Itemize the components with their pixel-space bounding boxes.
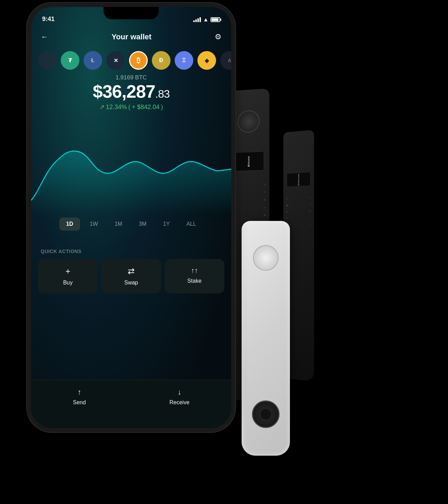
battery-fill <box>212 18 218 21</box>
swap-button[interactable]: ⇄ Swap <box>101 259 161 293</box>
coin-selector: ₮ Ł ✕ ₿ Ð Ξ ◈ A <box>31 48 231 72</box>
bottom-bar: ↑ Send ↓ Receive <box>31 380 231 428</box>
receive-button[interactable]: ↓ Receive <box>169 388 189 406</box>
coin-item-bitcoin[interactable]: ₿ <box>129 51 148 70</box>
ledger-btn-row: ∧ ⚙ <box>232 183 266 187</box>
signal-bar-4 <box>199 17 201 22</box>
receive-icon: ↓ <box>177 388 181 397</box>
ledger-screen-x: Bitcoin <box>233 151 264 171</box>
ledger-buttons-x: ∧ ⚙ ₿ ❊ ✕ ◉ ≡ ◎ + ▶ ∨ □ <box>232 183 266 225</box>
chart-container <box>31 117 231 214</box>
time-btn-1w[interactable]: 1W <box>83 217 105 231</box>
buy-label: Buy <box>63 280 73 286</box>
swap-label: Swap <box>124 280 138 286</box>
stake-icon: ↑↑ <box>191 266 198 274</box>
balance-section: 1.9169 BTC $36,287.83 ↗ 12.34% ( + $842.… <box>31 74 231 111</box>
header-title: Your wallet <box>111 32 152 41</box>
coin-item-algo[interactable]: A <box>220 51 231 70</box>
send-icon: ↑ <box>77 388 81 397</box>
coin-item-partial[interactable] <box>38 51 57 70</box>
balance-fiat: $36,287.83 <box>31 83 231 100</box>
signal-bar-3 <box>197 18 199 22</box>
balance-fiat-main: $36,287 <box>93 81 155 101</box>
phone-wrapper: 9:41 ▲ ← Your wallet ⚙ ₮ <box>31 7 231 428</box>
coin-item-tether[interactable]: ₮ <box>61 51 79 70</box>
signal-bar-1 <box>193 20 195 22</box>
battery-icon <box>211 17 220 22</box>
coin-item-litecoin[interactable]: Ł <box>84 51 102 70</box>
phone-notch <box>104 7 159 19</box>
balance-fiat-cents: .83 <box>155 88 169 100</box>
settings-button[interactable]: ⚙ <box>215 32 222 41</box>
coin-item-dogecoin[interactable]: Ð <box>152 51 171 70</box>
ledger-screen-s: Ethereum <box>287 172 311 187</box>
price-chart <box>31 117 231 214</box>
coin-item-ethereum[interactable]: Ξ <box>175 51 193 70</box>
quick-actions-row: + Buy ⇄ Swap ↑↑ Stake <box>38 259 224 293</box>
send-label: Send <box>73 399 86 406</box>
send-button[interactable]: ↑ Send <box>73 388 86 406</box>
ledger-white-button <box>252 400 280 428</box>
change-percent: 12.34% <box>106 104 127 111</box>
coin-item-binance[interactable]: ◈ <box>197 51 216 70</box>
change-amount-value: + $842.04 <box>132 104 160 111</box>
change-close: ) <box>161 104 163 111</box>
signal-bar-2 <box>195 19 197 22</box>
stake-label: Stake <box>187 278 202 284</box>
chart-fill <box>31 151 231 214</box>
balance-change: ↗ 12.34% ( + $842.04 ) <box>31 103 231 111</box>
receive-label: Receive <box>169 399 189 406</box>
wifi-icon: ▲ <box>203 17 208 23</box>
buy-button[interactable]: + Buy <box>38 259 98 293</box>
coin-item-xrp[interactable]: ✕ <box>106 51 125 70</box>
ledger-white <box>242 221 290 456</box>
stake-button[interactable]: ↑↑ Stake <box>165 259 224 293</box>
time-btn-1y[interactable]: 1Y <box>156 217 177 231</box>
time-range-selector: 1D 1W 1M 3M 1Y ALL <box>31 217 231 231</box>
status-time: 9:41 <box>42 16 55 23</box>
back-button[interactable]: ← <box>41 32 48 41</box>
time-btn-3m[interactable]: 3M <box>132 217 153 231</box>
signal-bars-icon <box>193 17 201 22</box>
balance-crypto: 1.9169 BTC <box>31 74 231 81</box>
buy-icon: + <box>66 266 70 276</box>
ledger-buttons-s: ∧ ⚙ ◉ ₿ ✕ ▶ ≡ □ + ▷ ∨ <box>286 196 311 233</box>
time-btn-1d[interactable]: 1D <box>59 217 80 231</box>
swap-icon: ⇄ <box>128 266 135 276</box>
change-arrow-icon: ↗ <box>99 103 105 111</box>
time-btn-1m[interactable]: 1M <box>108 217 129 231</box>
header: ← Your wallet ⚙ <box>31 26 231 48</box>
quick-actions-label: QUICK ACTIONS <box>41 249 81 254</box>
time-btn-all[interactable]: ALL <box>179 217 203 231</box>
change-amount: ( <box>128 104 130 111</box>
phone: 9:41 ▲ ← Your wallet ⚙ ₮ <box>31 7 231 428</box>
status-icons: ▲ <box>193 17 220 23</box>
